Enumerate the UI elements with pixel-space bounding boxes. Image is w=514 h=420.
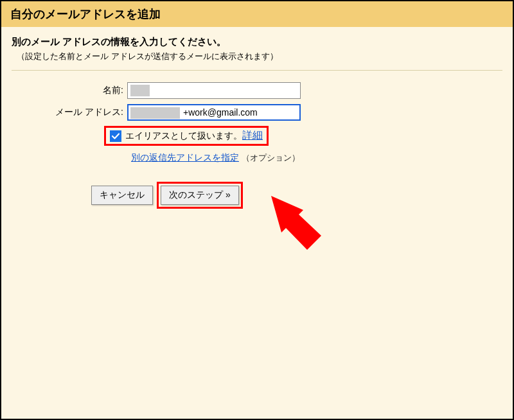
- check-icon: [111, 132, 120, 141]
- reply-option-text: （オプション）: [242, 153, 300, 162]
- button-row: キャンセル 次のステップ »: [91, 182, 502, 209]
- dialog-title: 自分のメールアドレスを追加: [10, 8, 161, 21]
- attention-arrow-icon: [271, 196, 329, 254]
- cancel-button[interactable]: キャンセル: [91, 186, 153, 205]
- alias-checkbox[interactable]: [110, 130, 121, 142]
- name-label: 名前:: [12, 85, 127, 96]
- alias-label: エイリアスとして扱います。: [125, 130, 242, 142]
- next-step-button[interactable]: 次のステップ »: [161, 186, 239, 205]
- reply-row: 別の返信先アドレスを指定 （オプション）: [131, 152, 502, 164]
- prompt-text: 別のメール アドレスの情報を入力してください。: [12, 36, 502, 48]
- next-highlight-box: 次のステップ »: [157, 182, 243, 209]
- dialog-content: 別のメール アドレスの情報を入力してください。 （設定した名前とメール アドレス…: [1, 27, 513, 420]
- email-label: メール アドレス:: [12, 107, 127, 118]
- reply-address-link[interactable]: 別の返信先アドレスを指定: [131, 152, 239, 162]
- svg-marker-0: [271, 196, 321, 250]
- divider: [12, 70, 502, 71]
- note-text: （設定した名前とメール アドレスが送信するメールに表示されます）: [17, 51, 502, 62]
- name-input[interactable]: [127, 82, 301, 99]
- alias-detail-link[interactable]: 詳細: [242, 129, 263, 143]
- email-row: メール アドレス:: [12, 104, 502, 121]
- email-input[interactable]: [127, 104, 301, 121]
- alias-highlight-box: エイリアスとして扱います。 詳細: [104, 126, 269, 146]
- dialog-header: 自分のメールアドレスを追加: [1, 1, 513, 27]
- name-row: 名前:: [12, 82, 502, 99]
